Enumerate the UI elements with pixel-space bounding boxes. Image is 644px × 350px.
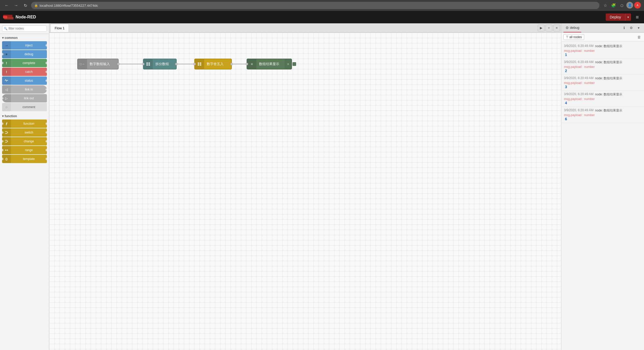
function-node-label: function bbox=[11, 122, 47, 125]
extension2-button[interactable]: ⬡ bbox=[618, 2, 625, 9]
logo-icon bbox=[3, 14, 13, 20]
tab-flow1-label: Flow 1 bbox=[55, 26, 65, 30]
panel-tab-debug[interactable]: ⚙ debug bbox=[563, 23, 581, 32]
debug-icon: ≡ bbox=[6, 53, 7, 56]
complete-icon: ! bbox=[6, 61, 7, 65]
debug-msg-1-node: node: 数组结果显示 bbox=[595, 44, 622, 48]
svg-rect-9 bbox=[148, 64, 150, 66]
catch-port-right bbox=[45, 71, 47, 73]
filter-icon: ⊤ bbox=[566, 35, 568, 39]
node-display-icon-area: ≡ bbox=[247, 59, 256, 69]
hamburger-menu-button[interactable]: ≡ bbox=[634, 13, 641, 21]
refresh-button[interactable]: ↻ bbox=[22, 2, 29, 9]
panel-settings-button[interactable]: ⚙ bbox=[628, 25, 635, 31]
node-split-port-right bbox=[175, 63, 178, 65]
bookmark-button[interactable]: ☆ bbox=[602, 2, 609, 9]
browser-right-icons: ☆ 🧩 ⬡ 👤 A bbox=[602, 2, 641, 9]
debug-msg-1-time: 3/9/2020, 6:20:49 AM bbox=[564, 44, 593, 48]
flow-node-round-label: 数字舍五入 bbox=[204, 62, 231, 66]
debug-msg-3-node: node: 数组结果显示 bbox=[595, 76, 622, 81]
flow-node-split[interactable]: 拆分数组 bbox=[143, 59, 177, 69]
debug-msg-1-type: msg.payload : number bbox=[564, 49, 641, 53]
svg-rect-13 bbox=[200, 64, 201, 66]
svg-rect-10 bbox=[198, 62, 199, 64]
back-button[interactable]: ← bbox=[3, 2, 10, 9]
node-display-menu-btn[interactable]: ≡ bbox=[285, 59, 291, 69]
panel-expand-button[interactable]: ▾ bbox=[635, 25, 642, 31]
debug-message-2: 3/9/2020, 6:20:49 AM node: 数组结果显示 msg.pa… bbox=[561, 59, 644, 75]
node-status[interactable]: status bbox=[2, 76, 47, 85]
flow-node-split-label: 拆分数组 bbox=[153, 62, 176, 66]
inject-icon: → bbox=[5, 44, 8, 47]
link-in-icon-area: ◁ bbox=[2, 85, 11, 94]
panel-info-button[interactable]: ℹ bbox=[621, 25, 627, 31]
forward-button[interactable]: → bbox=[12, 2, 20, 9]
function-category-label: function bbox=[5, 114, 17, 118]
inject-label: inject bbox=[11, 44, 47, 47]
node-function[interactable]: f function bbox=[2, 120, 47, 128]
nodered-app: Node-RED Deploy ▾ ≡ 🔍 ▾ common bbox=[0, 11, 644, 350]
add-tab-button[interactable]: + bbox=[546, 25, 552, 31]
debug-tab-icon: ⚙ bbox=[566, 26, 569, 30]
node-link-in[interactable]: ◁ link in bbox=[2, 85, 47, 94]
node-range[interactable]: range bbox=[2, 146, 47, 154]
complete-port-right bbox=[45, 62, 47, 64]
node-comment[interactable]: ○ comment bbox=[2, 103, 47, 111]
change-port-right bbox=[45, 140, 47, 143]
node-complete[interactable]: ! complete bbox=[2, 59, 47, 67]
link-in-icon: ◁ bbox=[5, 88, 8, 92]
deploy-button[interactable]: Deploy bbox=[606, 13, 625, 21]
node-catch[interactable]: ! catch bbox=[2, 68, 47, 76]
node-debug[interactable]: ≡ debug bbox=[2, 50, 47, 58]
comment-label: comment bbox=[11, 105, 47, 109]
filter-nodes-button[interactable]: ⊤ all nodes bbox=[563, 34, 584, 40]
flow-node-input[interactable]: □→ 数字数组输入 bbox=[77, 59, 119, 69]
flow-node-round[interactable]: 数字舍五入 bbox=[194, 59, 232, 69]
node-inject[interactable]: → inject bbox=[2, 41, 47, 50]
debug-msg-2-time: 3/9/2020, 6:20:49 AM bbox=[564, 60, 593, 65]
node-template[interactable]: {} template bbox=[2, 155, 47, 163]
deploy-dropdown-button[interactable]: ▾ bbox=[625, 14, 631, 20]
extension1-button[interactable]: 🧩 bbox=[610, 2, 617, 9]
canvas-wires bbox=[49, 33, 561, 350]
panel-tab-right-actions: ℹ ⚙ ▾ bbox=[621, 25, 642, 31]
clear-debug-button[interactable]: 🗑 bbox=[636, 34, 642, 40]
svg-rect-8 bbox=[146, 64, 148, 66]
node-change[interactable]: change bbox=[2, 137, 47, 145]
range-node-label: range bbox=[11, 148, 47, 152]
app-header: Node-RED Deploy ▾ ≡ bbox=[0, 11, 644, 23]
debug-msg-1-value[interactable]: 1 bbox=[564, 53, 641, 57]
svg-rect-7 bbox=[148, 62, 150, 64]
search-input[interactable] bbox=[2, 25, 47, 32]
node-split-icon-area bbox=[144, 59, 153, 69]
profile-avatar[interactable]: 👤 bbox=[626, 2, 633, 9]
status-label: status bbox=[11, 79, 47, 82]
node-input-port-right bbox=[117, 63, 120, 65]
debug-msg-2-header: 3/9/2020, 6:20:49 AM node: 数组结果显示 bbox=[564, 60, 641, 65]
debug-msg-5-node: node: 数组结果显示 bbox=[595, 108, 622, 113]
node-link-out[interactable]: ▷ link out bbox=[2, 94, 47, 102]
tab-flow1[interactable]: Flow 1 bbox=[50, 24, 69, 32]
link-in-label: link in bbox=[11, 88, 47, 91]
flow-canvas[interactable]: □→ 数字数组输入 拆 bbox=[49, 33, 561, 350]
menu-tab-button[interactable]: ≡ bbox=[553, 25, 560, 31]
debug-message-5: 3/9/2020, 6:20:49 AM node: 数组结果显示 msg.pa… bbox=[561, 107, 644, 123]
catch-label: catch bbox=[11, 70, 47, 74]
debug-msg-4-value[interactable]: 4 bbox=[564, 101, 641, 105]
debug-msg-5-value[interactable]: 6 bbox=[564, 117, 641, 121]
flow-node-display[interactable]: ≡ 数组结果显示 ≡ bbox=[247, 59, 292, 69]
category-common[interactable]: ▾ common bbox=[0, 35, 49, 41]
address-bar[interactable]: 🔒 localhost:1880/#flow/73554227.4474dc bbox=[31, 2, 599, 9]
sidebar-nodes-list: ▾ common → inject ≡ debu bbox=[0, 34, 49, 350]
switch-port-right bbox=[45, 131, 47, 134]
category-function[interactable]: ▾ function bbox=[0, 113, 49, 119]
expand-tab-button[interactable]: ▶ bbox=[538, 25, 545, 31]
search-icon: 🔍 bbox=[4, 27, 8, 30]
svg-rect-6 bbox=[146, 62, 148, 64]
node-switch[interactable]: switch bbox=[2, 128, 47, 137]
debug-msg-3-value[interactable]: 3 bbox=[564, 85, 641, 89]
debug-msg-2-value[interactable]: 2 bbox=[564, 69, 641, 73]
category-label: common bbox=[5, 36, 18, 40]
node-display-indicator bbox=[292, 62, 296, 66]
inject-icon-area: → bbox=[2, 41, 11, 50]
